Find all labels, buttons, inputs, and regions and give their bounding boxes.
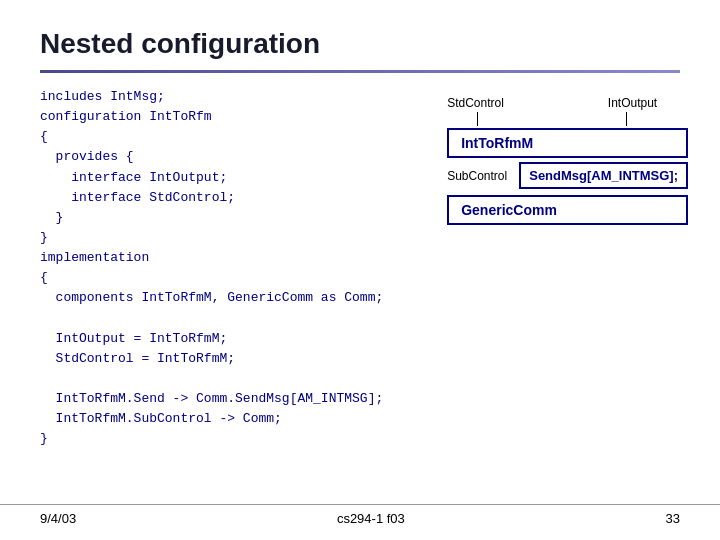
box-inttorfmm: IntToRfmM	[447, 128, 688, 158]
footer-left: 9/4/03	[40, 511, 76, 526]
code-line-3: {	[40, 129, 48, 144]
code-line-11: components IntToRfmM, GenericComm as Com…	[40, 290, 383, 305]
code-line-4: provides {	[40, 149, 134, 164]
code-line-5: interface IntOutput;	[40, 170, 227, 185]
code-line-14: StdControl = IntToRfmM;	[40, 351, 235, 366]
sendmsg-box: SendMsg[AM_INTMSG];	[519, 162, 688, 189]
code-block: includes IntMsg; configuration IntToRfm …	[40, 87, 383, 450]
code-line-12	[40, 311, 48, 326]
code-line-7: }	[40, 210, 63, 225]
vline-left	[477, 112, 478, 126]
code-line-15	[40, 371, 48, 386]
code-line-18: }	[40, 431, 48, 446]
code-line-8: }	[40, 230, 48, 245]
code-line-16: IntToRfmM.Send -> Comm.SendMsg[AM_INTMSG…	[40, 391, 383, 406]
slide-title: Nested configuration	[40, 28, 680, 60]
footer: 9/4/03 cs294-1 f03 33	[0, 504, 720, 526]
code-line-2: configuration IntToRfm	[40, 109, 212, 124]
code-line-10: {	[40, 270, 48, 285]
diagram-middle-row: SubControl SendMsg[AM_INTMSG];	[447, 162, 688, 189]
box-genericcomm: GenericComm	[447, 195, 688, 225]
diagram-top-labels: StdControl IntOutput	[447, 96, 657, 110]
diagram: StdControl IntOutput IntToRfmM SubContro…	[447, 96, 688, 225]
code-line-17: IntToRfmM.SubControl -> Comm;	[40, 411, 282, 426]
label-intoutput: IntOutput	[608, 96, 657, 110]
code-line-13: IntOutput = IntToRfmM;	[40, 331, 227, 346]
vline-right	[626, 112, 627, 126]
label-subcontrol: SubControl	[447, 169, 507, 183]
label-stdcontrol: StdControl	[447, 96, 504, 110]
footer-right: 33	[666, 511, 680, 526]
code-line-6: interface StdControl;	[40, 190, 235, 205]
slide: Nested configuration includes IntMsg; co…	[0, 0, 720, 540]
diagram-vlines	[447, 112, 657, 126]
title-divider	[40, 70, 680, 73]
footer-center: cs294-1 f03	[337, 511, 405, 526]
code-line-9: implementation	[40, 250, 149, 265]
code-line-1: includes IntMsg;	[40, 89, 165, 104]
